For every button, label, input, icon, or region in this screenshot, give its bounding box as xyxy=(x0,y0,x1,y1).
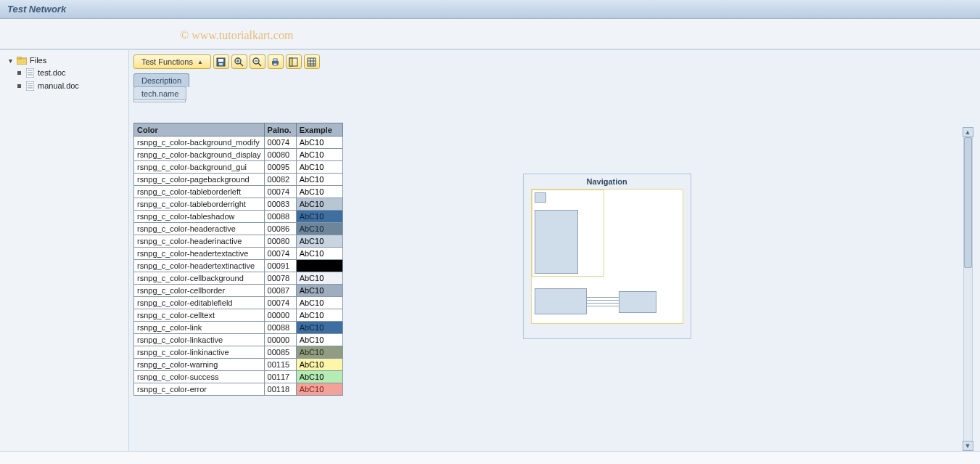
cell-example: AbC10 xyxy=(296,161,342,174)
nav-connector-line xyxy=(587,300,619,301)
table-row[interactable]: rsnpg_c_color-headerinactive00080AbC10 xyxy=(134,235,343,248)
cell-color-name: rsnpg_c_color-warning xyxy=(134,359,265,371)
navigation-panel: Navigation xyxy=(523,174,691,339)
cell-palno: 00087 xyxy=(264,285,296,297)
title-bar: Test Network xyxy=(0,0,980,19)
zoom-in-button[interactable] xyxy=(231,54,247,69)
cell-color-name: rsnpg_c_color-headertextinactive xyxy=(134,260,265,272)
cell-example: AbC10 xyxy=(296,223,342,235)
color-table: Color Palno. Example rsnpg_c_color-backg… xyxy=(133,123,343,396)
cell-color-name: rsnpg_c_color-tableborderright xyxy=(134,198,265,211)
cell-palno: 00080 xyxy=(264,235,296,248)
cell-color-name: rsnpg_c_color-headeractive xyxy=(134,223,265,235)
work-row: Color Palno. Example rsnpg_c_color-backg… xyxy=(133,123,974,451)
table-row[interactable]: rsnpg_c_color-linkactive00000AbC10 xyxy=(134,334,343,346)
nav-connector-line xyxy=(587,306,619,306)
svg-line-14 xyxy=(240,63,243,66)
table-row[interactable]: rsnpg_c_color-background_gui00095AbC10 xyxy=(134,161,343,174)
nav-connector-line xyxy=(587,303,619,304)
table-row[interactable]: rsnpg_c_color-background_modify00074AbC1… xyxy=(134,137,343,149)
cell-example: AbC10 xyxy=(296,137,342,149)
nav-node-small[interactable] xyxy=(535,192,546,203)
nav-connector-line xyxy=(587,297,619,298)
table-row[interactable]: rsnpg_c_color-tableshadow00088AbC10 xyxy=(134,211,343,223)
print-button[interactable] xyxy=(268,54,284,69)
document-icon xyxy=(26,81,34,91)
table-row[interactable]: rsnpg_c_color-pagebackground00082AbC10 xyxy=(134,174,343,186)
cell-palno: 00086 xyxy=(264,223,296,235)
cell-palno: 00088 xyxy=(264,211,296,223)
file-tree: ▾ Files test.doc manual.doc xyxy=(0,49,129,451)
tree-item[interactable]: test.doc xyxy=(17,66,124,79)
table-row[interactable]: rsnpg_c_color-cellborder00087AbC10 xyxy=(134,285,343,297)
svg-rect-22 xyxy=(273,63,277,65)
layout-button[interactable] xyxy=(286,54,302,69)
cell-palno: 00080 xyxy=(264,149,296,161)
table-row[interactable]: rsnpg_c_color-background_display00080AbC… xyxy=(134,149,343,161)
zoom-out-button[interactable] xyxy=(250,54,265,69)
table-row[interactable]: rsnpg_c_color-headertextactive00074AbC10 xyxy=(134,248,343,260)
navigation-canvas[interactable] xyxy=(531,189,683,324)
scroll-thumb[interactable] xyxy=(964,137,972,268)
cell-example: AbC10 xyxy=(296,174,342,186)
watermark-text: © www.tutorialkart.com xyxy=(180,29,293,42)
status-bar xyxy=(0,451,980,464)
scroll-down-button[interactable]: ▼ xyxy=(963,441,973,451)
table-row[interactable]: rsnpg_c_color-success00117AbC10 xyxy=(134,371,343,383)
cell-palno: 00117 xyxy=(264,371,296,383)
tab-description[interactable]: Description xyxy=(133,73,189,87)
cell-example xyxy=(296,260,342,272)
nav-node-bottom-left[interactable] xyxy=(535,288,587,314)
bullet-icon xyxy=(17,84,21,88)
cell-color-name: rsnpg_c_color-background_modify xyxy=(134,137,265,149)
cell-palno: 00074 xyxy=(264,248,296,260)
table-row[interactable]: rsnpg_c_color-cellbackground00078AbC10 xyxy=(134,272,343,285)
cell-example: AbC10 xyxy=(296,334,342,346)
tab-techname[interactable]: tech.name xyxy=(133,86,186,100)
grid-button[interactable] xyxy=(304,54,320,69)
cell-color-name: rsnpg_c_color-tableborderleft xyxy=(134,186,265,198)
test-functions-label: Test Functions xyxy=(141,57,193,66)
cell-color-name: rsnpg_c_color-linkinactive xyxy=(134,346,265,359)
col-header-color[interactable]: Color xyxy=(134,123,265,137)
scroll-up-button[interactable]: ▲ xyxy=(963,127,973,137)
scroll-track[interactable] xyxy=(963,137,973,441)
cell-palno: 00095 xyxy=(264,161,296,174)
nav-node-big[interactable] xyxy=(535,210,578,274)
test-functions-button[interactable]: Test Functions ▲ xyxy=(133,54,211,69)
cell-color-name: rsnpg_c_color-headertextactive xyxy=(134,248,265,260)
cell-color-name: rsnpg_c_color-headerinactive xyxy=(134,235,265,248)
tree-root-label: Files xyxy=(30,56,46,65)
cell-example: AbC10 xyxy=(296,235,342,248)
tab-strip-2: tech.name xyxy=(133,86,974,100)
tree-collapse-icon[interactable]: ▾ xyxy=(7,57,14,65)
table-row[interactable]: rsnpg_c_color-linkinactive00085AbC10 xyxy=(134,346,343,359)
cell-example: AbC10 xyxy=(296,383,342,396)
table-row[interactable]: rsnpg_c_color-warning00115AbC10 xyxy=(134,359,343,371)
col-header-example[interactable]: Example xyxy=(296,123,342,137)
cell-palno: 00074 xyxy=(264,137,296,149)
table-row[interactable]: rsnpg_c_color-headeractive00086AbC10 xyxy=(134,223,343,235)
table-row[interactable]: rsnpg_c_color-tableborderleft00074AbC10 xyxy=(134,186,343,198)
cell-example: AbC10 xyxy=(296,272,342,285)
nav-node-bottom-right[interactable] xyxy=(619,291,656,313)
cell-palno: 00115 xyxy=(264,359,296,371)
table-row[interactable]: rsnpg_c_color-headertextinactive00091 xyxy=(134,260,343,272)
cell-color-name: rsnpg_c_color-background_display xyxy=(134,149,265,161)
tree-item[interactable]: manual.doc xyxy=(17,79,124,92)
cell-palno: 00000 xyxy=(264,334,296,346)
col-header-palno[interactable]: Palno. xyxy=(264,123,296,137)
table-row[interactable]: rsnpg_c_color-editablefield00074AbC10 xyxy=(134,297,343,309)
cell-color-name: rsnpg_c_color-error xyxy=(134,383,265,396)
cell-color-name: rsnpg_c_color-link xyxy=(134,322,265,334)
cell-example: AbC10 xyxy=(296,346,342,359)
table-row[interactable]: rsnpg_c_color-celltext00000AbC10 xyxy=(134,309,343,322)
cell-palno: 00082 xyxy=(264,174,296,186)
table-row[interactable]: rsnpg_c_color-link00088AbC10 xyxy=(134,322,343,334)
tree-root[interactable]: ▾ Files xyxy=(7,56,124,65)
table-row[interactable]: rsnpg_c_color-error00118AbC10 xyxy=(134,383,343,396)
save-button[interactable] xyxy=(213,54,229,69)
cell-palno: 00000 xyxy=(264,309,296,322)
folder-icon xyxy=(17,57,27,65)
table-row[interactable]: rsnpg_c_color-tableborderright00083AbC10 xyxy=(134,198,343,211)
